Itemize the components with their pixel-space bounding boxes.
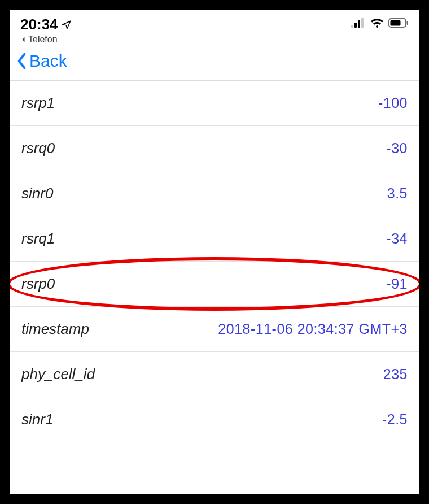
nav-bar: Back [10, 46, 419, 81]
status-time-text: 20:34 [20, 16, 58, 33]
cellular-icon [351, 18, 366, 31]
table-row[interactable]: rsrq1-34 [10, 216, 419, 262]
status-bar: 20:34 Telefon [10, 10, 419, 46]
table-row[interactable]: sinr1-2.5 [10, 397, 419, 442]
battery-icon [388, 18, 409, 31]
device-frame: 20:34 Telefon [0, 0, 429, 504]
location-icon [62, 20, 72, 30]
row-label: sinr0 [21, 185, 53, 202]
row-label: timestamp [21, 320, 89, 338]
row-value: -91 [386, 276, 408, 292]
row-value: -100 [378, 95, 408, 111]
row-label: rsrp0 [21, 275, 55, 293]
status-back-app-label: Telefon [28, 34, 58, 45]
table-row[interactable]: rsrp1-100 [10, 81, 419, 126]
table-row[interactable]: rsrp0-91 [10, 262, 419, 307]
back-button-label: Back [29, 51, 67, 71]
row-label: sinr1 [21, 411, 53, 428]
table-row[interactable]: sinr03.5 [10, 171, 419, 216]
row-value: 3.5 [387, 185, 408, 202]
chevron-left-icon [16, 52, 28, 70]
svg-rect-2 [358, 20, 360, 28]
row-label: rsrq0 [21, 140, 55, 157]
table-row[interactable]: rsrq0-30 [10, 126, 419, 171]
status-right [351, 16, 409, 31]
table-row[interactable]: timestamp2018-11-06 20:34:37 GMT+3 [10, 307, 419, 352]
row-value: 235 [383, 366, 408, 383]
row-value: 2018-11-06 20:34:37 GMT+3 [218, 321, 408, 337]
status-left: 20:34 Telefon [20, 16, 72, 45]
row-label: rsrq1 [21, 230, 55, 247]
wifi-icon [370, 18, 384, 31]
row-value: -34 [386, 231, 408, 247]
table-row[interactable]: phy_cell_id235 [10, 352, 419, 397]
status-time: 20:34 [20, 16, 72, 33]
highlight-annotation [10, 257, 419, 311]
screen: 20:34 Telefon [10, 10, 419, 494]
caret-left-icon [20, 36, 27, 43]
row-label: rsrp1 [21, 94, 55, 112]
row-label: phy_cell_id [21, 366, 95, 383]
metrics-list[interactable]: rsrp1-100rsrq0-30sinr03.5rsrq1-34rsrp0-9… [10, 81, 419, 442]
svg-rect-1 [354, 23, 357, 28]
row-value: -2.5 [382, 411, 408, 428]
svg-rect-0 [351, 25, 353, 28]
status-back-app[interactable]: Telefon [20, 34, 72, 45]
svg-rect-3 [361, 18, 364, 28]
svg-rect-5 [391, 20, 401, 26]
svg-rect-6 [407, 21, 409, 25]
row-value: -30 [386, 140, 408, 157]
back-button[interactable]: Back [16, 51, 67, 71]
